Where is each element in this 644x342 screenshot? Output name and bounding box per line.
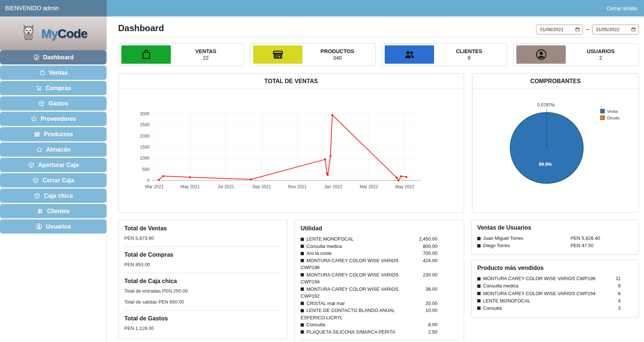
user-sales-title: Ventas de Usuarios	[477, 224, 633, 231]
list-item: Aro la coste700.00	[301, 250, 458, 257]
list-item-name: LENTE MONOFOCAL	[301, 235, 354, 243]
list-item-name: LENTE MONOFOCAL	[477, 297, 606, 305]
user-circle-icon	[516, 45, 566, 64]
square-bullet-icon	[301, 238, 304, 241]
stat-card-ventas: VENTAS22	[118, 43, 244, 66]
list-item-name: Juan Miguel Torres	[477, 235, 570, 242]
list-item-value: PEN 47.50	[570, 242, 633, 249]
list-item-value: 20.00	[412, 300, 437, 307]
store-icon	[253, 45, 302, 64]
date-to-value: 31/05/2022	[596, 27, 619, 32]
svg-text:1000: 1000	[140, 156, 150, 161]
list-item: Diego TorresPEN 47.50	[477, 242, 633, 249]
svg-text:0: 0	[147, 178, 150, 183]
list-item-value: 2,450.00	[412, 235, 437, 243]
square-bullet-icon	[301, 302, 304, 305]
gain-row: Ganancia PEN 4,680.50	[301, 340, 458, 342]
sidebar-item-gastos[interactable]: Gastos	[0, 96, 106, 111]
list-item-name: MONTURA CAREY COLOR WISE VARIOS CWP196	[301, 257, 412, 271]
totals-section: Total de GastosPEN 1,128.00	[124, 310, 281, 331]
top-products-panel: Producto más vendidos MONTURA CAREY COLO…	[471, 260, 639, 317]
sidebar-item-compras[interactable]: Compras	[0, 81, 106, 95]
calendar-icon	[575, 27, 580, 32]
svg-text:Jan 2022: Jan 2022	[324, 184, 342, 189]
list-item-name: LENTE DE CONTACTO BLANDO ANUAL ESFERICO …	[301, 307, 412, 321]
square-bullet-icon	[301, 330, 304, 334]
date-to-input[interactable]: 31/05/2022	[592, 25, 639, 34]
svg-text:Jul 2021: Jul 2021	[218, 184, 234, 189]
date-from-input[interactable]: 01/08/2021	[536, 25, 583, 34]
sidebar-item-usuarios[interactable]: Usuarios	[0, 219, 106, 234]
sidebar-item-cerrar-caja[interactable]: Cerrar Caja	[0, 173, 106, 187]
sidebar-item-proveedores[interactable]: Proveedores	[0, 112, 106, 126]
square-bullet-icon	[477, 244, 481, 248]
comprobantes-pie-chart: 0.0797%99.9%VentaDeuda	[477, 90, 634, 204]
sidebar: MyCode DashboardVentasComprasGastosProve…	[0, 16, 107, 342]
list-item-name: MONTURA CAREY COLOR WISE VARIOS CWP192	[301, 286, 412, 300]
svg-text:Mar 2022: Mar 2022	[359, 184, 378, 189]
utility-rows: LENTE MONOFOCAL2,450.00Consulta medica80…	[301, 235, 458, 335]
stat-card-text: PRODUCTOS340	[302, 48, 372, 61]
panel-divider	[472, 88, 639, 89]
cube-icon	[32, 177, 39, 184]
stat-cards-row: VENTAS22PRODUCTOS340CLIENTES9USUARIOS2	[118, 43, 639, 66]
sidebar-item-aperturar-caja[interactable]: Aperturar Caja	[0, 158, 106, 172]
list-item-name: MONTURA CAREY COLOR WISE VARIOS CWP194	[477, 290, 606, 297]
stat-card-label: PRODUCTOS	[302, 48, 372, 54]
totals-section-value: Total de entradas PEN 250.00	[124, 288, 281, 294]
stat-card-text: USUARIOS2	[566, 48, 636, 61]
dog-logo-icon	[19, 23, 38, 44]
home-icon	[36, 146, 43, 153]
stat-card-label: CLIENTES	[434, 48, 504, 54]
svg-text:2500: 2500	[140, 122, 150, 127]
sidebar-item-clientes[interactable]: Clientes	[0, 204, 106, 218]
stat-card-usuarios: USUARIOS2	[513, 43, 639, 66]
list-item-value: 800.00	[412, 243, 437, 250]
list-item: Consulta3	[477, 305, 633, 312]
totals-panel: Total de VentasPEN 5,873.90Total de Comp…	[118, 220, 287, 339]
sidebar-item-almacen[interactable]: Almacén	[0, 142, 106, 157]
sidebar-item-ventas[interactable]: Ventas	[0, 66, 106, 80]
sidebar-item-label: Dashboard	[43, 54, 74, 61]
bag-icon	[121, 45, 171, 64]
list-item-value: 8.00	[412, 321, 437, 328]
svg-text:Venta: Venta	[607, 109, 618, 114]
stat-card-value: 340	[302, 55, 372, 61]
totals-section: Total de ComprasPEN 853.00	[124, 246, 281, 267]
square-bullet-icon	[477, 292, 481, 295]
gauge-icon	[33, 54, 40, 61]
list-item: MONTURA CAREY COLOR WISE VARIOS CWP1946	[477, 290, 633, 297]
brand-name: MyCode	[41, 26, 87, 41]
stat-card-text: CLIENTES9	[434, 48, 504, 61]
totals-section-value: PEN 853.00	[124, 262, 281, 267]
totals-section-value: Total de salidas PEN 650.00	[124, 299, 281, 305]
comprobantes-panel: COMPROBANTES 0.0797%99.9%VentaDeuda	[472, 73, 639, 213]
svg-text:May 2022: May 2022	[395, 184, 414, 189]
stat-card-label: VENTAS	[171, 48, 241, 54]
list-item-name: Diego Torres	[477, 242, 570, 249]
utility-title: Utilidad	[301, 225, 458, 232]
stat-card-label: USUARIOS	[566, 48, 636, 54]
square-bullet-icon	[301, 245, 304, 248]
sidebar-item-productos[interactable]: Productos	[0, 127, 106, 141]
list-item: Consulta medica800.00	[301, 243, 458, 250]
main-content: Dashboard 01/08/2021 – 31/05/2022 VENTAS…	[107, 16, 644, 342]
square-bullet-icon	[301, 323, 304, 327]
sidebar-item-dashboard[interactable]: Dashboard	[0, 50, 106, 64]
utility-panel: Utilidad LENTE MONOFOCAL2,450.00Consulta…	[294, 220, 464, 342]
list-item-name: PLAQUETA SILICONA S/MARCA PERITA	[301, 328, 395, 336]
calendar-icon	[631, 27, 636, 32]
topbar: BIENVENIDO admin Cerrar sesión	[0, 0, 644, 16]
sidebar-item-label: Cerrar Caja	[42, 177, 74, 184]
list-item-value: 11	[606, 275, 621, 282]
square-bullet-icon	[301, 287, 304, 291]
list-item-name: Consulta medica	[301, 243, 342, 250]
svg-text:Sep 2021: Sep 2021	[252, 184, 271, 189]
logout-link[interactable]: Cerrar sesión	[607, 5, 637, 11]
svg-text:Nov 2021: Nov 2021	[288, 184, 307, 189]
sidebar-item-label: Caja chica	[44, 193, 73, 199]
welcome-text: BIENVENIDO admin	[5, 5, 59, 12]
sidebar-item-label: Productos	[44, 131, 73, 138]
sidebar-item-caja-chica[interactable]: Caja chica	[0, 189, 106, 203]
sidebar-item-label: Gastos	[48, 100, 68, 107]
